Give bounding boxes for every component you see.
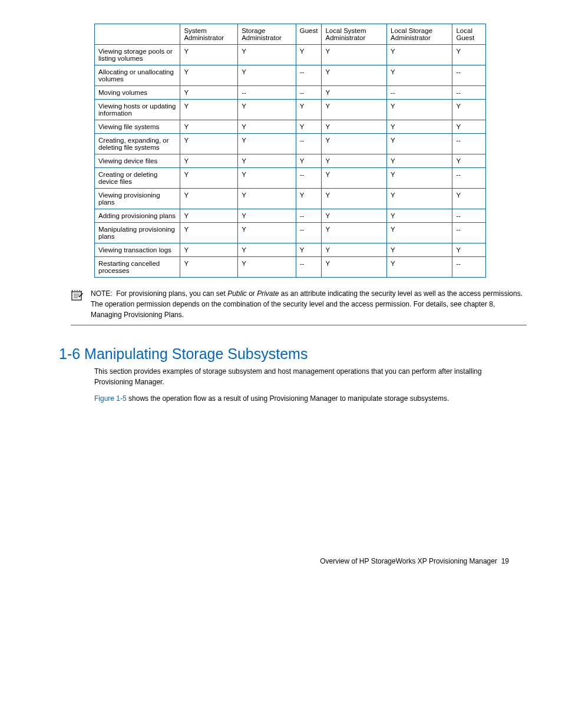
permission-cell: Y — [452, 120, 486, 134]
header-cell: Local Guest — [452, 24, 486, 45]
table-row: Adding provisioning plansYY--YY-- — [95, 209, 486, 223]
section-paragraph-1: This section provides examples of storag… — [94, 366, 503, 387]
row-label: Manipulating provisioning plans — [95, 223, 180, 243]
permission-cell: Y — [322, 168, 387, 189]
permission-cell: -- — [452, 65, 486, 86]
table-row: Creating, expanding, or deleting file sy… — [95, 134, 486, 154]
permission-cell: Y — [296, 120, 322, 134]
permission-cell: -- — [452, 168, 486, 189]
permission-cell: Y — [452, 100, 486, 120]
page-footer: Overview of HP StorageWorks XP Provision… — [35, 557, 527, 565]
permission-cell: Y — [180, 209, 238, 223]
table-row: Viewing transaction logsYYYYYY — [95, 243, 486, 257]
permission-cell: Y — [322, 257, 387, 278]
permission-cell: -- — [296, 168, 322, 189]
permission-cell: Y — [387, 189, 452, 209]
permission-cell: Y — [238, 100, 296, 120]
table-row: Creating or deleting device filesYY--YY-… — [95, 168, 486, 189]
permission-cell: Y — [452, 45, 486, 65]
section-heading: 1-6 Manipulating Storage Subsystems — [59, 345, 527, 363]
permission-cell: Y — [387, 134, 452, 154]
permission-cell: Y — [238, 154, 296, 168]
permission-cell: Y — [452, 154, 486, 168]
permission-cell: -- — [452, 209, 486, 223]
permission-cell: Y — [322, 154, 387, 168]
row-label: Creating or deleting device files — [95, 168, 180, 189]
permission-cell: Y — [238, 209, 296, 223]
header-cell: Storage Administrator — [238, 24, 296, 45]
permission-cell: Y — [180, 257, 238, 278]
permission-cell: Y — [322, 65, 387, 86]
permission-cell: Y — [180, 189, 238, 209]
table-row: Restarting cancelled processesYY--YY-- — [95, 257, 486, 278]
permission-cell: -- — [452, 86, 486, 100]
permission-cell: Y — [296, 100, 322, 120]
permission-cell: Y — [387, 168, 452, 189]
permission-cell: Y — [180, 45, 238, 65]
permission-cell: Y — [238, 45, 296, 65]
row-label: Viewing storage pools or listing volumes — [95, 45, 180, 65]
permission-cell: Y — [387, 65, 452, 86]
permission-cell: Y — [322, 120, 387, 134]
permission-cell: Y — [238, 257, 296, 278]
permission-cell: Y — [238, 65, 296, 86]
row-label: Viewing provisioning plans — [95, 189, 180, 209]
permission-cell: -- — [296, 257, 322, 278]
permissions-table: System Administrator Storage Administrat… — [94, 24, 486, 278]
permission-cell: Y — [180, 120, 238, 134]
row-label: Moving volumes — [95, 86, 180, 100]
permission-cell: Y — [322, 86, 387, 100]
permission-cell: Y — [180, 86, 238, 100]
permission-cell: Y — [180, 134, 238, 154]
permission-cell: -- — [452, 223, 486, 243]
permission-cell: Y — [387, 100, 452, 120]
permission-cell: Y — [387, 243, 452, 257]
permission-cell: Y — [238, 134, 296, 154]
permission-cell: -- — [296, 65, 322, 86]
permission-cell: Y — [238, 120, 296, 134]
table-row: Allocating or unallocating volumesYY--YY… — [95, 65, 486, 86]
permission-cell: Y — [452, 189, 486, 209]
permission-cell: Y — [296, 189, 322, 209]
permission-cell: Y — [238, 223, 296, 243]
table-row: Manipulating provisioning plansYY--YY-- — [95, 223, 486, 243]
permission-cell: Y — [387, 154, 452, 168]
permission-cell: -- — [296, 209, 322, 223]
note-block: NOTE: For provisioning plans, you can se… — [71, 288, 527, 325]
permission-cell: Y — [296, 45, 322, 65]
row-label: Viewing file systems — [95, 120, 180, 134]
permission-cell: -- — [296, 134, 322, 154]
row-label: Creating, expanding, or deleting file sy… — [95, 134, 180, 154]
row-label: Viewing hosts or updating information — [95, 100, 180, 120]
permission-cell: Y — [322, 223, 387, 243]
permission-cell: Y — [238, 243, 296, 257]
header-cell — [95, 24, 180, 45]
permission-cell: Y — [322, 100, 387, 120]
permission-cell: -- — [296, 86, 322, 100]
permission-cell: -- — [296, 223, 322, 243]
permission-cell: Y — [387, 209, 452, 223]
permission-cell: Y — [322, 45, 387, 65]
permission-cell: Y — [387, 45, 452, 65]
figure-reference-link[interactable]: Figure 1-5 — [94, 394, 127, 403]
row-label: Allocating or unallocating volumes — [95, 65, 180, 86]
permission-cell: Y — [296, 154, 322, 168]
permission-cell: -- — [238, 86, 296, 100]
permission-cell: Y — [387, 120, 452, 134]
header-cell: System Administrator — [180, 24, 238, 45]
permission-cell: -- — [452, 257, 486, 278]
table-header-row: System Administrator Storage Administrat… — [95, 24, 486, 45]
note-label: NOTE: — [91, 289, 113, 298]
header-cell: Local System Administrator — [322, 24, 387, 45]
permission-cell: Y — [452, 243, 486, 257]
table-row: Viewing file systemsYYYYYY — [95, 120, 486, 134]
row-label: Viewing device files — [95, 154, 180, 168]
table-row: Moving volumesY----Y---- — [95, 86, 486, 100]
permission-cell: Y — [387, 223, 452, 243]
row-label: Restarting cancelled processes — [95, 257, 180, 278]
table-row: Viewing provisioning plansYYYYYY — [95, 189, 486, 209]
note-icon — [71, 289, 84, 304]
permission-cell: Y — [180, 168, 238, 189]
note-text: NOTE: For provisioning plans, you can se… — [91, 288, 527, 320]
table-row: Viewing device filesYYYYYY — [95, 154, 486, 168]
